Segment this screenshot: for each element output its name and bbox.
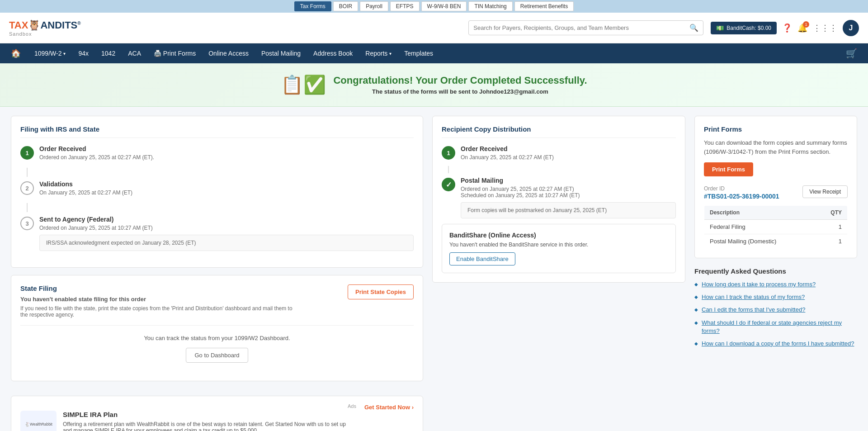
logo[interactable]: TAX🦉ANDITS® Sandbox <box>9 19 81 37</box>
apps-button[interactable]: ⋮⋮⋮ <box>813 23 837 33</box>
step2-label: Validations <box>39 180 414 188</box>
irs-note: IRS/SSA acknowledgment expected on Janua… <box>39 235 414 251</box>
enable-banditshare-button[interactable]: Enable BanditShare <box>449 252 515 265</box>
timeline-step-2: 2 Validations On January 25, 2025 at 02:… <box>20 180 414 196</box>
nav-item-1042[interactable]: 1042 <box>95 45 122 62</box>
header: TAX🦉ANDITS® Sandbox 🔍 💵 BanditCash: $0.0… <box>0 13 868 43</box>
order-row-1: Federal Filing 1 <box>704 220 848 234</box>
view-receipt-button[interactable]: View Receipt <box>802 185 848 198</box>
go-to-dashboard-button[interactable]: Go to Dashboard <box>186 348 248 363</box>
order-section: Order ID #TBS01-025-36199-00001 View Rec… <box>704 185 848 249</box>
notif-badge: 1 <box>803 21 809 28</box>
topbar-item-eftps[interactable]: EFTPS <box>390 1 420 11</box>
faq-link-3[interactable]: Can I edit the forms that I've submitted… <box>702 306 805 314</box>
recipient-step1-content: Order Received On January 25, 2025 at 02… <box>461 145 676 161</box>
recipient-step1-circle: 1 <box>442 146 455 160</box>
nav-item-reports[interactable]: Reports <box>359 45 398 62</box>
ads-title: SIMPLE IRA Plan <box>63 411 356 418</box>
step1-detail: Ordered on January 25, 2025 at 02:27 AM … <box>39 154 414 161</box>
faq-title: Frequently Asked Questions <box>694 267 857 275</box>
timeline: 1 Order Received Ordered on January 25, … <box>20 145 414 251</box>
bandit-cash-icon: 💵 <box>716 24 724 32</box>
left-column: Filing with IRS and State 1 Order Receiv… <box>11 116 423 431</box>
topbar-item-boir[interactable]: BOIR <box>333 1 358 11</box>
recipient-step2: ✓ Postal Mailing Ordered on January 25, … <box>442 177 676 218</box>
success-content: Congratulations! Your Order Completed Su… <box>333 75 587 95</box>
search-input[interactable] <box>473 24 689 31</box>
nav-item-94x[interactable]: 94x <box>72 45 95 62</box>
step3-circle: 3 <box>20 217 34 230</box>
ads-label: Ads <box>20 403 356 409</box>
order-row-1-qty: 1 <box>816 220 848 234</box>
state-filing-sub: If you need to file with the state, prin… <box>20 305 301 318</box>
topbar-item-tax-forms[interactable]: Tax Forms <box>294 1 331 11</box>
header-actions: 💵 BanditCash: $0.00 ❓ 🔔 1 ⋮⋮⋮ J <box>711 20 859 36</box>
ads-content-wrap: Ads 🐇WealthRabbit SIMPLE IRA Plan Offeri… <box>20 403 356 431</box>
recipient-step2-note: Form copies will be postmarked on Januar… <box>461 202 676 218</box>
top-bar: Tax Forms BOIR Payroll EFTPS W-9/W-8 BEN… <box>0 0 868 13</box>
col-qty: QTY <box>816 206 848 220</box>
print-forms-card: Print Forms You can download the form co… <box>694 116 857 258</box>
timeline-line-2 <box>27 203 28 212</box>
nav-item-postal-mailing[interactable]: Postal Mailing <box>255 45 307 62</box>
notifications-button[interactable]: 🔔 1 <box>797 23 807 33</box>
order-row-2-desc: Postal Mailing (Domestic) <box>704 234 816 249</box>
middle-column: Recipient Copy Distribution 1 Order Rece… <box>432 116 685 431</box>
ads-section: Ads 🐇WealthRabbit SIMPLE IRA Plan Offeri… <box>11 396 423 431</box>
recipient-step1-label: Order Received <box>461 145 676 152</box>
search-bar[interactable]: 🔍 <box>468 20 703 35</box>
nav-home-button[interactable]: 🏠 <box>7 45 24 62</box>
ads-cta[interactable]: Get Started Now › <box>364 404 414 411</box>
step2-content: Validations On January 25, 2025 at 02:27… <box>39 180 414 196</box>
state-filing-title: State Filing <box>20 284 301 292</box>
topbar-item-retirement[interactable]: Retirement Benefits <box>514 1 574 11</box>
bandit-cash-label: BanditCash: $0.00 <box>726 25 771 31</box>
ads-cta-area[interactable]: Get Started Now › <box>363 403 414 411</box>
timeline-step-1: 1 Order Received Ordered on January 25, … <box>20 145 414 161</box>
cart-icon[interactable]: 🛒 <box>842 44 861 62</box>
nav-item-address-book[interactable]: Address Book <box>307 45 359 62</box>
print-forms-button[interactable]: Print Forms <box>704 162 753 176</box>
ads-inner: 🐇WealthRabbit SIMPLE IRA Plan Offering a… <box>20 411 356 431</box>
bandit-share-title: BanditShare (Online Access) <box>449 232 668 239</box>
recipient-step2-label: Postal Mailing <box>461 177 676 184</box>
success-sub: The status of the forms will be sent to … <box>333 88 587 95</box>
bandit-share-sub: You haven't enabled the BanditShare serv… <box>449 242 668 248</box>
faq-link-4[interactable]: What should I do if federal or state age… <box>702 319 857 335</box>
logo-sandbox: Sandbox <box>9 31 32 37</box>
order-row-1-desc: Federal Filing <box>704 220 816 234</box>
nav-item-online-access[interactable]: Online Access <box>202 45 255 62</box>
nav-item-print-forms[interactable]: 🖨️ Print Forms <box>147 45 202 62</box>
recipient-step1-detail: On January 25, 2025 at 02:27 AM (ET) <box>461 154 676 161</box>
search-icon[interactable]: 🔍 <box>689 24 698 32</box>
timeline-line-1 <box>27 168 28 177</box>
bandit-share-section: BanditShare (Online Access) You haven't … <box>442 224 676 273</box>
bandit-cash[interactable]: 💵 BanditCash: $0.00 <box>711 22 777 34</box>
faq-diamond-1: ◆ <box>694 282 698 287</box>
faq-link-2[interactable]: How can I track the status of my forms? <box>702 293 805 301</box>
ads-logo: 🐇WealthRabbit <box>20 411 57 431</box>
order-label: Order ID <box>704 185 779 192</box>
order-table: Description QTY Federal Filing 1 Postal … <box>704 205 848 249</box>
faq-item-3: ◆ Can I edit the forms that I've submitt… <box>694 306 857 314</box>
success-title: Congratulations! Your Order Completed Su… <box>333 75 587 86</box>
nav-item-1099w2[interactable]: 1099/W-2 <box>28 45 72 62</box>
topbar-item-payroll[interactable]: Payroll <box>360 1 388 11</box>
faq-link-1[interactable]: How long does it take to process my form… <box>702 280 816 289</box>
recipient-title: Recipient Copy Distribution <box>442 125 676 138</box>
order-row-2-qty: 1 <box>816 234 848 249</box>
logo-text: TAX🦉ANDITS® <box>9 19 81 31</box>
faq-link-5[interactable]: How can I download a copy of the forms I… <box>702 340 854 348</box>
col-description: Description <box>704 206 816 220</box>
order-row-2: Postal Mailing (Domestic) 1 <box>704 234 848 249</box>
print-state-copies-button[interactable]: Print State Copies <box>348 284 414 299</box>
topbar-item-tin[interactable]: TIN Matching <box>468 1 512 11</box>
dashboard-text: You can track the status from your 1099/… <box>20 335 414 341</box>
topbar-item-w9[interactable]: W-9/W-8 BEN <box>421 1 467 11</box>
order-id-value: #TBS01-025-36199-00001 <box>704 193 779 200</box>
nav-item-aca[interactable]: ACA <box>122 45 147 62</box>
nav-item-templates[interactable]: Templates <box>398 45 439 62</box>
avatar[interactable]: J <box>843 20 859 36</box>
success-icon: 📋✅ <box>281 74 326 95</box>
help-button[interactable]: ❓ <box>782 23 792 33</box>
